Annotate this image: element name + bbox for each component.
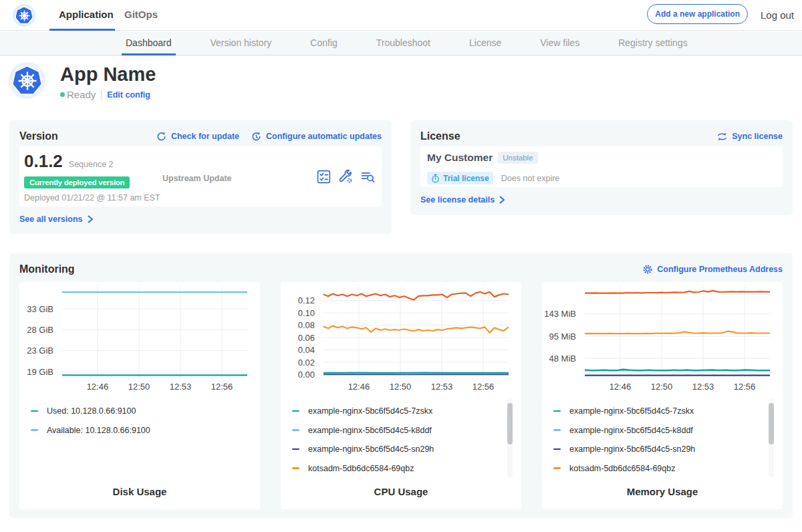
svg-text:95 MiB: 95 MiB [549,331,576,342]
sync-license-link[interactable]: Sync license [716,132,783,142]
sync-arrows-icon [716,132,728,142]
svg-text:12:46: 12:46 [610,382,632,392]
configure-prometheus-link[interactable]: Configure Prometheus Address [642,264,783,275]
legend-item: kotsadm-5db6dc6584-69qbz [292,463,434,474]
monitoring-title: Monitoring [19,263,75,275]
currently-deployed-badge: Currently deployed version [24,176,130,188]
cpu-usage-chart-card: 0.000.020.040.060.080.100.1212:4612:5012… [281,282,521,509]
deployed-timestamp: Deployed 01/21/22 @ 11:57 am EST [24,193,377,203]
scrollbar-thumb[interactable] [507,403,513,444]
legend-label: example-nginx-5bc6f5d4c5-k8ddf [569,426,693,435]
legend-label: example-nginx-5bc6f5d4c5-7zskx [308,406,432,416]
svg-text:0.10: 0.10 [298,308,315,318]
cpu-usage-chart: 0.000.020.040.060.080.100.1212:4612:5012… [281,282,521,396]
chevron-right-icon [88,215,94,223]
ship-wheel-icon [15,69,39,93]
legend-swatch [292,410,299,412]
see-all-versions-link[interactable]: See all versions [19,215,382,224]
subnav-item-dashboard[interactable]: Dashboard [126,31,172,55]
topnav-tab-gitops[interactable]: GitOps [124,9,158,20]
refresh-icon [156,131,167,142]
svg-text:12:53: 12:53 [692,382,714,392]
license-expiry: Does not expire [501,174,560,183]
legend-label: example-nginx-5bc6f5d4c5-k8ddf [308,426,432,435]
svg-text:12:50: 12:50 [128,382,150,392]
config-wrench-icon[interactable] [338,168,354,185]
legend-swatch [31,410,38,412]
legend-swatch [553,467,561,469]
svg-text:143 MiB: 143 MiB [544,309,576,319]
svg-text:12:56: 12:56 [734,382,756,392]
svg-text:12:46: 12:46 [348,382,370,392]
legend-label: example-nginx-5bc6f5d4c5-sn29h [308,444,434,454]
svg-text:12:56: 12:56 [473,382,495,392]
version-sequence: Sequence 2 [69,160,114,169]
clock-refresh-icon [251,131,262,142]
legend-item: example-nginx-5bc6f5d4c5-k8ddf [553,425,695,436]
channel-badge: Unstable [498,152,537,164]
subnav-item-license[interactable]: License [469,31,501,55]
divider [101,90,102,100]
legend-label: Used: 10.128.0.66:9100 [47,406,136,416]
view-logs-icon[interactable] [360,168,376,185]
subnav-item-version-history[interactable]: Version history [211,31,272,55]
subnav-item-config[interactable]: Config [310,31,337,55]
subnav-item-registry-settings[interactable]: Registry settings [618,31,687,55]
svg-text:12:56: 12:56 [211,382,233,392]
ship-wheel-icon [17,9,31,23]
svg-text:19 GiB: 19 GiB [27,367,53,377]
topnav-tab-application[interactable]: Application [59,9,114,20]
gear-icon [642,264,653,275]
kubernetes-logo [13,4,35,27]
legend-label: example-nginx-5bc6f5d4c5-7zskx [569,406,694,416]
svg-text:28 GiB: 28 GiB [27,325,53,335]
memory-usage-title: Memory Usage [542,486,783,497]
svg-text:12:53: 12:53 [170,382,192,392]
legend-scrollbar[interactable] [769,399,774,477]
chevron-right-icon [499,196,505,204]
disk-usage-chart-card: 19 GiB23 GiB28 GiB33 GiB12:4612:5012:531… [19,282,260,509]
svg-text:0.12: 0.12 [298,295,315,305]
svg-text:12:50: 12:50 [651,382,673,392]
status-dot [60,92,65,97]
logout-link[interactable]: Log out [761,9,794,21]
see-license-details-link[interactable]: See license details [420,195,783,205]
edit-config-link[interactable]: Edit config [107,90,150,100]
svg-text:0.04: 0.04 [298,345,315,355]
app-title: App Name [60,64,156,84]
legend-item: example-nginx-5bc6f5d4c5-k8ddf [292,425,434,436]
subnav-item-view-files[interactable]: View files [540,31,579,55]
disk-usage-chart: 19 GiB23 GiB28 GiB33 GiB12:4612:5012:531… [19,282,260,396]
monitoring-section: Monitoring Configure Prometheus Address … [9,253,793,518]
legend-item: example-nginx-5bc6f5d4c5-7zskx [292,406,434,416]
legend-swatch [292,429,299,431]
memory-usage-chart-card: 48 MiB95 MiB143 MiB12:4612:5012:5312:56 … [542,282,783,509]
legend-scrollbar[interactable] [507,399,513,477]
svg-text:33 GiB: 33 GiB [27,304,53,314]
svg-text:12:46: 12:46 [87,382,109,392]
legend-swatch [31,429,38,431]
legend-swatch [553,448,561,450]
disk-usage-title: Disk Usage [19,486,260,497]
scrollbar-thumb[interactable] [769,403,774,444]
timer-icon [431,174,440,183]
legend-item: example-nginx-5bc6f5d4c5-sn29h [292,444,434,454]
preflight-checks-icon[interactable] [315,168,332,185]
add-new-application-button[interactable]: Add a new application [647,4,748,24]
legend-swatch [553,410,561,412]
subnav-item-troubleshoot[interactable]: Troubleshoot [376,31,430,55]
trial-license-badge: Trial license [427,172,493,184]
check-for-update-link[interactable]: Check for update [156,131,239,142]
svg-text:0.06: 0.06 [298,333,315,343]
legend-item: Used: 10.128.0.66:9100 [31,406,150,416]
version-source: Upstream Update [162,174,232,183]
configure-automatic-updates-link[interactable]: Configure automatic updates [251,131,382,142]
svg-text:12:53: 12:53 [431,382,453,392]
license-card-title: License [420,130,460,142]
app-status: Ready [67,89,96,100]
memory-usage-legend: example-nginx-5bc6f5d4c5-7zskxexample-ng… [553,406,695,482]
app-subnav: Dashboard Version history Config Trouble… [0,31,802,55]
version-card: Version Check for update Configure au [9,120,392,234]
top-nav: Application GitOps Add a new application… [0,0,802,31]
legend-item: example-nginx-5bc6f5d4c5-7zskx [553,406,695,416]
